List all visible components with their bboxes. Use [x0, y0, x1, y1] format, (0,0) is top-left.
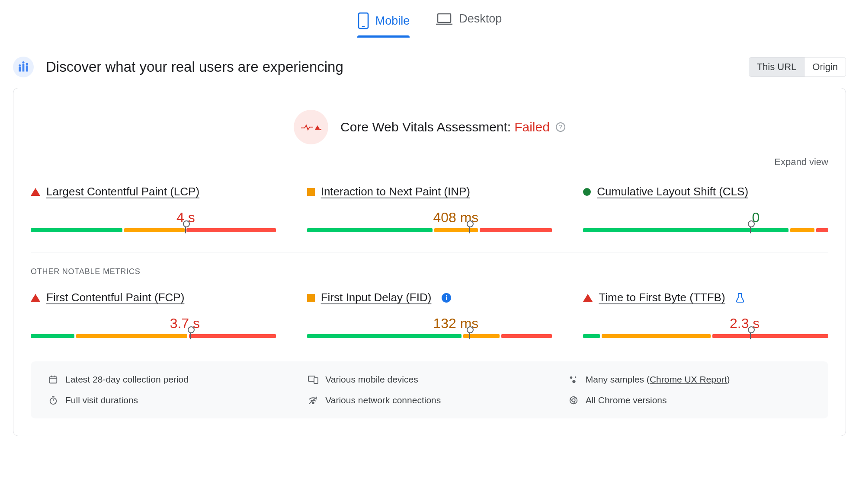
metric-ttfb-bar	[583, 334, 828, 338]
metric-lcp-bar	[31, 228, 276, 232]
info-network-text: Various network connections	[325, 395, 441, 405]
devices-icon	[308, 374, 318, 385]
metric-lcp-marker	[185, 223, 186, 233]
tab-mobile[interactable]: Mobile	[357, 8, 410, 34]
svg-point-21	[572, 380, 575, 383]
status-poor-icon	[31, 188, 40, 196]
cwv-assessment: Core Web Vitals Assessment: Failed ?	[31, 110, 828, 144]
info-period: Latest 28-day collection period	[48, 374, 291, 385]
metric-lcp-value: 4 s	[31, 210, 276, 226]
metric-fcp-value: 3.7 s	[31, 316, 276, 332]
expand-view-link[interactable]: Expand view	[31, 156, 828, 168]
metric-cls: Cumulative Layout Shift (CLS) 0	[583, 185, 828, 232]
scope-toggle: This URL Origin	[749, 57, 846, 77]
info-devices-text: Various mobile devices	[325, 374, 418, 385]
scope-origin[interactable]: Origin	[804, 57, 846, 77]
metric-inp-marker	[469, 223, 470, 233]
status-ni-icon	[307, 188, 315, 196]
metric-cls-bar	[583, 228, 828, 232]
status-poor-icon	[583, 294, 593, 302]
mobile-icon	[357, 12, 369, 29]
metric-inp-bar	[307, 228, 552, 232]
status-ni-icon	[307, 294, 315, 302]
svg-point-19	[570, 376, 572, 379]
info-samples-text: Many samples (Chrome UX Report)	[586, 374, 730, 385]
metric-fcp: First Contentful Paint (FCP) 3.7 s	[31, 291, 276, 338]
metric-lcp: Largest Contentful Paint (LCP) 4 s	[31, 185, 276, 232]
svg-rect-4	[19, 67, 21, 72]
metric-fcp-marker	[190, 329, 191, 339]
network-icon	[308, 395, 318, 405]
metric-inp-name[interactable]: Interaction to Next Paint (INP)	[321, 185, 470, 198]
collection-info: Latest 28-day collection period Various …	[31, 361, 828, 418]
field-data-card: Core Web Vitals Assessment: Failed ? Exp…	[13, 88, 846, 436]
stopwatch-icon	[48, 395, 58, 405]
metric-fcp-bar	[31, 334, 276, 338]
assessment-label: Core Web Vitals Assessment:	[340, 120, 511, 134]
svg-point-8	[22, 61, 24, 64]
divider	[31, 252, 828, 252]
svg-rect-13	[50, 377, 57, 383]
tab-mobile-label: Mobile	[375, 14, 410, 28]
metric-ttfb-value: 2.3 s	[583, 316, 828, 332]
assessment-fail-icon	[294, 110, 328, 144]
svg-point-25	[313, 402, 314, 404]
device-tabs: Mobile Desktop	[13, 0, 846, 41]
tab-desktop[interactable]: Desktop	[436, 8, 502, 30]
other-metrics-grid: First Contentful Paint (FCP) 3.7 s First…	[31, 291, 828, 338]
core-metrics-grid: Largest Contentful Paint (LCP) 4 s Inter…	[31, 185, 828, 232]
svg-marker-10	[315, 125, 320, 130]
svg-rect-5	[22, 64, 25, 72]
info-samples: Many samples (Chrome UX Report)	[568, 374, 811, 385]
info-versions-text: All Chrome versions	[586, 395, 667, 405]
info-devices: Various mobile devices	[308, 374, 551, 385]
metric-ttfb-marker	[750, 329, 751, 339]
svg-rect-2	[438, 14, 451, 22]
info-versions: All Chrome versions	[568, 395, 811, 405]
svg-point-7	[19, 64, 21, 67]
tab-desktop-label: Desktop	[459, 12, 502, 26]
assessment-status: Failed	[514, 120, 550, 134]
metric-fid-name[interactable]: First Input Delay (FID)	[321, 291, 432, 304]
help-icon[interactable]: ?	[556, 122, 565, 132]
samples-icon	[568, 374, 579, 385]
metric-fid-value: 132 ms	[307, 316, 552, 332]
calendar-icon	[48, 374, 58, 385]
field-data-header: Discover what your real users are experi…	[13, 57, 846, 77]
svg-rect-18	[314, 378, 318, 383]
metric-fcp-name[interactable]: First Contentful Paint (FCP)	[46, 291, 184, 304]
info-durations: Full visit durations	[48, 395, 291, 405]
metric-inp: Interaction to Next Paint (INP) 408 ms	[307, 185, 552, 232]
info-network: Various network connections	[308, 395, 551, 405]
other-metrics-heading: OTHER NOTABLE METRICS	[31, 267, 828, 276]
scope-this-url[interactable]: This URL	[749, 57, 805, 77]
crux-icon	[13, 57, 34, 77]
section-title: Discover what your real users are experi…	[46, 59, 343, 75]
desktop-icon	[436, 13, 453, 26]
info-period-text: Latest 28-day collection period	[65, 374, 189, 385]
chrome-icon	[568, 395, 579, 405]
metric-cls-value: 0	[583, 210, 828, 226]
svg-point-20	[574, 376, 576, 378]
status-poor-icon	[31, 294, 40, 302]
svg-rect-6	[26, 66, 28, 72]
metric-fid-marker	[469, 329, 470, 339]
metric-lcp-name[interactable]: Largest Contentful Paint (LCP)	[46, 185, 199, 198]
metric-cls-marker	[750, 223, 751, 233]
metric-fid: First Input Delay (FID) i 132 ms	[307, 291, 552, 338]
crux-report-link[interactable]: Chrome UX Report	[650, 374, 727, 384]
metric-cls-name[interactable]: Cumulative Layout Shift (CLS)	[597, 185, 748, 198]
metric-inp-value: 408 ms	[307, 210, 552, 226]
info-durations-text: Full visit durations	[65, 395, 138, 405]
status-good-icon	[583, 188, 591, 196]
svg-point-9	[26, 63, 28, 65]
svg-rect-11	[320, 129, 321, 130]
info-icon[interactable]: i	[442, 293, 451, 303]
metric-ttfb-name[interactable]: Time to First Byte (TTFB)	[599, 291, 725, 304]
metric-ttfb: Time to First Byte (TTFB) 2.3 s	[583, 291, 828, 338]
metric-fid-bar	[307, 334, 552, 338]
experimental-icon	[736, 293, 744, 303]
svg-point-22	[50, 398, 57, 405]
